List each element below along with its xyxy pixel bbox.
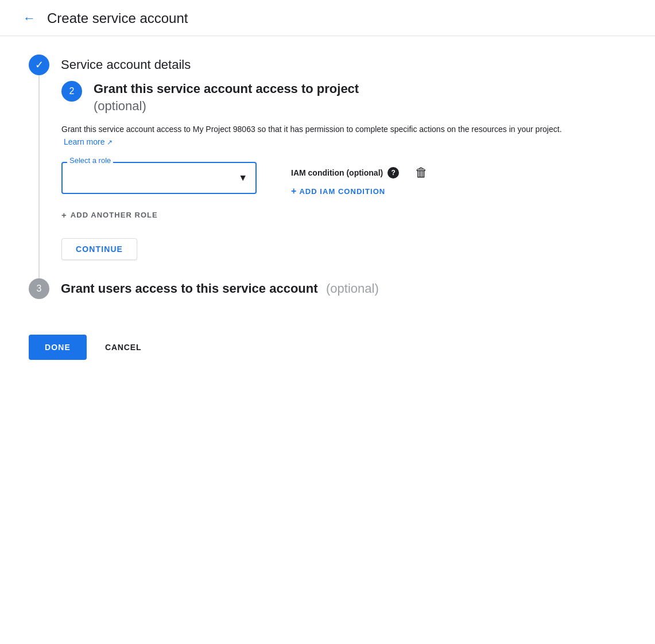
learn-more-label: Learn more (64, 137, 105, 146)
step2-to-step3-section (29, 271, 626, 278)
learn-more-link[interactable]: Learn more ↗ (64, 137, 113, 146)
step2-description: Grant this service account access to My … (61, 123, 578, 149)
step2-heading: Grant this service account access to pro… (94, 81, 359, 98)
done-label: DONE (45, 343, 71, 352)
continue-button[interactable]: CONTINUE (61, 238, 137, 260)
select-role-label: Select a role (67, 156, 113, 165)
add-another-role-label: ADD ANOTHER ROLE (71, 211, 158, 219)
step1-heading: Service account details (61, 55, 191, 75)
add-role-plus-icon: + (61, 210, 67, 220)
step1-to-step2-section: 2 Grant this service account access to p… (29, 75, 626, 271)
continue-label: CONTINUE (76, 245, 123, 254)
step3-heading: Grant users access to this service accou… (61, 281, 318, 296)
main-content: ✓ Service account details 2 Grant this s… (0, 36, 655, 321)
step2-content: 2 Grant this service account access to p… (40, 75, 626, 271)
bottom-buttons: DONE CANCEL (0, 321, 655, 378)
select-role-dropdown[interactable]: ▼ (61, 162, 257, 194)
iam-condition-section: IAM condition (optional) ? 🗑 + ADD IAM C… (291, 162, 428, 196)
step3-row: 3 Grant users access to this service acc… (29, 278, 626, 300)
add-another-role-button[interactable]: + ADD ANOTHER ROLE (61, 210, 158, 220)
plus-icon: + (291, 186, 297, 196)
select-role-wrapper: Select a role ▼ (61, 162, 257, 194)
step1-circle: ✓ (29, 55, 49, 75)
step2-header-row: 2 Grant this service account access to p… (61, 81, 626, 114)
step2-circle: 2 (61, 81, 82, 102)
back-button[interactable]: ← (23, 11, 36, 26)
done-button[interactable]: DONE (29, 335, 87, 360)
page-title: Create service account (47, 10, 188, 26)
step2-optional-label: (optional) (94, 99, 359, 114)
step2-number: 2 (69, 86, 75, 96)
step3-number: 3 (37, 284, 42, 294)
step1-row: ✓ Service account details (29, 55, 626, 75)
iam-condition-header-row: IAM condition (optional) ? 🗑 (291, 165, 428, 180)
external-link-icon: ↗ (107, 138, 113, 146)
step2-title-row: Grant this service account access to pro… (94, 81, 359, 99)
step3-circle: 3 (29, 278, 49, 299)
role-iam-row: Select a role ▼ IAM condition (optional)… (61, 162, 626, 196)
add-iam-label: ADD IAM CONDITION (299, 187, 385, 196)
step2-title-block: Grant this service account access to pro… (94, 81, 359, 114)
cancel-label: CANCEL (105, 343, 141, 352)
delete-icon[interactable]: 🗑 (415, 165, 428, 180)
help-icon[interactable]: ? (387, 167, 399, 179)
step3-title-block: Grant users access to this service accou… (61, 278, 379, 300)
back-icon: ← (23, 11, 36, 26)
step3-optional-label: (optional) (326, 281, 379, 296)
page-header: ← Create service account (0, 0, 655, 36)
step2-description-text: Grant this service account access to My … (61, 125, 562, 134)
step-connector-2 (38, 271, 40, 278)
add-iam-condition-button[interactable]: + ADD IAM CONDITION (291, 186, 428, 196)
iam-condition-label: IAM condition (optional) (291, 168, 383, 177)
cancel-button[interactable]: CANCEL (100, 335, 146, 360)
checkmark-icon: ✓ (35, 59, 44, 71)
